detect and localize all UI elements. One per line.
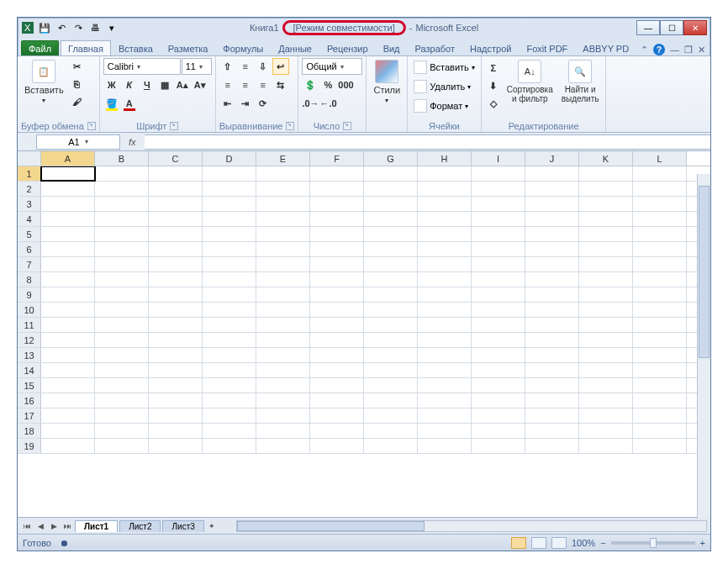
cell[interactable] [310,378,364,393]
merge-center-icon[interactable]: ⇆ [272,76,289,93]
cell[interactable] [472,272,525,287]
vertical-scrollbar[interactable] [697,174,710,519]
align-top-icon[interactable]: ⇧ [219,58,236,75]
row-header[interactable]: 2 [18,182,41,196]
cell[interactable] [310,182,364,196]
view-normal-icon[interactable] [511,537,526,549]
minimize-button[interactable]: — [636,20,660,35]
cell[interactable] [418,348,472,362]
cell[interactable] [525,408,579,423]
cell[interactable] [149,197,203,211]
cell[interactable] [633,408,687,423]
cell[interactable] [364,348,418,362]
cell[interactable] [149,257,203,271]
cell[interactable] [256,242,310,256]
cell[interactable] [633,439,687,453]
cell[interactable] [633,197,687,211]
cell[interactable] [256,303,310,317]
tab-layout[interactable]: Разметка [161,40,216,55]
cell[interactable] [633,303,687,317]
cell[interactable] [149,242,203,256]
cell[interactable] [418,439,472,453]
view-layout-icon[interactable] [531,537,546,549]
row-header[interactable]: 19 [18,439,41,453]
cell[interactable] [525,318,579,332]
cell[interactable] [525,242,579,256]
cell[interactable] [525,182,579,196]
cell[interactable] [256,363,310,377]
column-header[interactable]: C [149,151,203,166]
cell[interactable] [310,212,364,226]
cell[interactable] [95,439,149,453]
row-header[interactable]: 6 [18,242,41,256]
cell[interactable] [364,333,418,347]
align-right-icon[interactable]: ≡ [255,76,272,93]
doc-restore-icon[interactable]: ❐ [684,45,693,55]
cell[interactable] [256,348,310,362]
cell[interactable] [256,197,310,211]
clipboard-launcher[interactable] [87,122,96,130]
cell[interactable] [472,363,525,377]
cell[interactable] [149,303,203,317]
cell[interactable] [41,363,95,377]
cell[interactable] [41,333,95,347]
cell[interactable] [310,227,364,241]
cell[interactable] [472,408,525,423]
cell[interactable] [525,166,579,181]
decrease-indent-icon[interactable]: ⇤ [219,95,236,112]
cell[interactable] [203,424,256,438]
cell[interactable] [95,408,149,423]
cell[interactable] [525,439,579,453]
cell[interactable] [472,378,525,393]
cell[interactable] [364,257,418,271]
row-header[interactable]: 14 [18,363,41,377]
cell[interactable] [525,348,579,362]
cell[interactable] [418,166,472,181]
grow-font-icon[interactable]: A▴ [174,76,191,93]
tab-insert[interactable]: Вставка [111,40,161,55]
cell[interactable] [364,408,418,423]
cell[interactable] [310,393,364,408]
save-icon[interactable]: 💾 [38,21,51,34]
cell[interactable] [149,272,203,287]
increase-indent-icon[interactable]: ⇥ [237,95,254,112]
cell[interactable] [579,363,633,377]
cell[interactable] [256,287,310,302]
shrink-font-icon[interactable]: A▾ [192,76,208,93]
cell[interactable] [95,424,149,438]
orientation-icon[interactable]: ⟳ [255,95,272,112]
cell[interactable] [579,197,633,211]
cell[interactable] [418,408,472,423]
decrease-decimal-icon[interactable]: ←.0 [319,95,336,112]
cell[interactable] [41,257,95,271]
row-header[interactable]: 18 [18,424,41,438]
bold-button[interactable]: Ж [103,76,120,93]
cell[interactable] [310,197,364,211]
column-header[interactable]: F [310,151,364,166]
cell[interactable] [579,182,633,196]
cell[interactable] [472,287,525,302]
cell[interactable] [579,212,633,226]
cell[interactable] [579,287,633,302]
cell[interactable] [418,227,472,241]
cell[interactable] [472,348,525,362]
cell[interactable] [149,378,203,393]
cell[interactable] [525,363,579,377]
styles-button[interactable]: Стили ▾ [370,58,404,106]
font-name-combo[interactable]: Calibri▾ [103,58,181,75]
cell[interactable] [525,333,579,347]
percent-icon[interactable]: % [319,76,336,93]
font-launcher[interactable] [170,122,178,130]
cell[interactable] [95,333,149,347]
cell[interactable] [364,424,418,438]
column-header[interactable]: L [633,151,687,166]
cell[interactable] [472,227,525,241]
print-icon[interactable]: 🖶 [88,21,102,34]
cell[interactable] [633,348,687,362]
qat-dropdown-icon[interactable]: ▾ [105,21,119,34]
cell[interactable] [418,182,472,196]
cell[interactable] [149,439,203,453]
cell[interactable] [525,424,579,438]
cell[interactable] [310,242,364,256]
cell[interactable] [472,303,525,317]
